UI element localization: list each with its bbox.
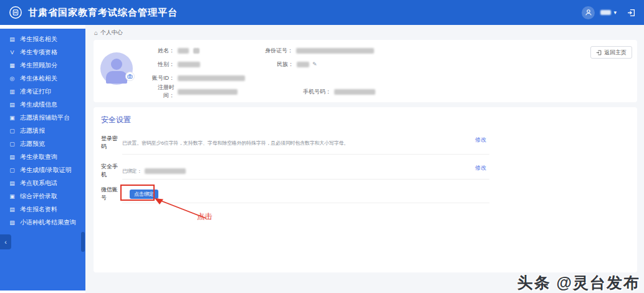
edit-pencil-icon[interactable]: ✎ bbox=[312, 61, 317, 67]
secure-phone-value-redacted bbox=[145, 168, 186, 174]
login-password-label: 登录密码 bbox=[101, 135, 122, 151]
sidebar-item-label: 综合评价录取 bbox=[20, 192, 57, 201]
register-time-label: 注册时间： bbox=[147, 84, 175, 100]
sidebar-item-label: 志愿填报辅助平台 bbox=[20, 113, 70, 122]
check-icon: V bbox=[9, 49, 16, 55]
sidebar-item-luqu-zhengming[interactable]: ▢ 考生成绩/录取证明 bbox=[0, 163, 85, 176]
avatar-head bbox=[111, 59, 122, 70]
field-phone: 手机号码： bbox=[275, 88, 375, 96]
name-label: 姓名： bbox=[147, 47, 175, 55]
sidebar-item-label: 志愿预览 bbox=[20, 140, 45, 148]
app-header: 甘肃省国家教育考试综合管理平台 ▾ bbox=[0, 0, 644, 25]
result-icon: ▧ bbox=[9, 219, 16, 226]
sidebar-item-label: 考生成绩/录取证明 bbox=[20, 166, 72, 175]
phone-value-redacted bbox=[334, 89, 375, 95]
breadcrumb: ⌂ 个人中心 bbox=[85, 25, 644, 40]
sidebar-item-zhiyuan-yulan[interactable]: ▢ 志愿预览 bbox=[0, 137, 85, 150]
sidebar-item-label: 考生报名资料 bbox=[20, 205, 57, 214]
watermark-text: 头条 @灵台发布 bbox=[517, 272, 640, 293]
username-redacted bbox=[600, 10, 611, 15]
sidebar-item-zhiyuan-fuzhu[interactable]: ▣ 志愿填报辅助平台 bbox=[0, 111, 85, 124]
preview-icon: ▢ bbox=[9, 141, 16, 147]
user-avatar-icon[interactable] bbox=[582, 6, 595, 19]
sidebar-item-label: 志愿填报 bbox=[20, 127, 45, 135]
sidebar-item-label: 考点联系电话 bbox=[20, 179, 57, 188]
camera-upload-icon[interactable] bbox=[125, 72, 135, 81]
health-icon: ◎ bbox=[9, 75, 16, 82]
profile-fields: 姓名： 身份证号： 性别： 民族： bbox=[147, 44, 496, 98]
secure-phone-label: 安全手机 bbox=[101, 163, 122, 179]
app-title: 甘肃省国家教育考试综合管理平台 bbox=[28, 7, 178, 19]
chevron-down-icon: ▾ bbox=[613, 10, 617, 16]
sidebar-item-zhaogu-jiafen[interactable]: ▦ 考生照顾加分 bbox=[0, 59, 85, 72]
id-number-label: 身份证号： bbox=[237, 47, 293, 55]
sidebar-item-label: 考生报名相关 bbox=[20, 35, 57, 44]
sidebar-item-kaodian-dianhua[interactable]: ▤ 考点联系电话 bbox=[0, 176, 85, 190]
ethnicity-value-redacted bbox=[297, 62, 309, 67]
search-icon: ▤ bbox=[9, 154, 16, 160]
sidebar-item-label: 准考证打印 bbox=[20, 87, 51, 96]
sidebar-item-zonghe-pingjia[interactable]: ▣ 综合评价录取 bbox=[0, 190, 85, 203]
sidebar-item-zhiyuan-tianbao[interactable]: ▢ 志愿填报 bbox=[0, 124, 85, 137]
form-icon: ▤ bbox=[9, 36, 16, 42]
score-icon: ▤ bbox=[9, 102, 16, 108]
field-register-time: 注册时间： bbox=[147, 84, 238, 100]
sidebar-item-label: 考生体检相关 bbox=[20, 74, 57, 83]
assist-icon: ▣ bbox=[9, 115, 16, 121]
sidebar-item-chengji-xinxi[interactable]: ▤ 考生成绩信息 bbox=[0, 98, 85, 111]
field-ethnicity: 民族： ✎ bbox=[238, 60, 317, 69]
name-value-redacted bbox=[178, 48, 189, 54]
divider bbox=[122, 154, 489, 155]
secure-phone-desc: 已绑定： bbox=[122, 168, 142, 175]
sidebar-item-label: 小语种机考结果查询 bbox=[20, 218, 76, 227]
exit-icon bbox=[596, 50, 602, 55]
profile-card: 姓名： 身份证号： 性别： 民族： bbox=[94, 40, 637, 102]
sidebar-item-zhuanxiang-zige[interactable]: V 考生专项资格 bbox=[0, 46, 85, 59]
folder-icon: ▤ bbox=[9, 206, 16, 213]
ethnicity-label: 民族： bbox=[238, 60, 294, 69]
logout-icon[interactable] bbox=[627, 9, 635, 17]
sidebar-item-baoming-ziliao[interactable]: ▤ 考生报名资料 bbox=[0, 203, 85, 216]
avatar-body bbox=[106, 71, 127, 84]
modify-password-link[interactable]: 修改 bbox=[475, 136, 486, 144]
sidebar-item-kaosheng-baoming[interactable]: ▤ 考生报名相关 bbox=[0, 32, 85, 46]
annotation-click-label: 点击 bbox=[197, 211, 212, 222]
security-card: 安全设置 登录密码 已设置。密码至少6位字符，支持数字、字母和除空格外的特殊字符… bbox=[94, 107, 637, 272]
sidebar-item-luqu-chaxun[interactable]: ▤ 考生录取查询 bbox=[0, 150, 85, 163]
gender-label: 性别： bbox=[147, 60, 175, 69]
secure-phone-row: 安全手机 已绑定： bbox=[101, 163, 489, 179]
print-icon: ▥ bbox=[9, 89, 16, 95]
field-name: 姓名： bbox=[147, 47, 199, 55]
sidebar-item-label: 考生录取查询 bbox=[20, 153, 57, 161]
phone-label: 手机号码： bbox=[275, 88, 331, 96]
wechat-bind-button[interactable]: 点击绑定 bbox=[130, 190, 158, 199]
sidebar-scrollbar[interactable] bbox=[81, 232, 85, 252]
id-number-value-redacted bbox=[296, 48, 374, 54]
sidebar-item-jieguo-chaxun[interactable]: ▧ 小语种机考结果查询 bbox=[0, 216, 85, 229]
field-gender: 性别： bbox=[147, 60, 200, 69]
sidebar-item-label: 考生专项资格 bbox=[20, 48, 57, 57]
person-icon bbox=[585, 9, 592, 16]
gender-value-redacted bbox=[178, 62, 200, 67]
login-password-row: 登录密码 已设置。密码至少6位字符，支持数字、字母和除空格外的特殊字符，且必须同… bbox=[101, 135, 489, 151]
name-value-redacted bbox=[193, 48, 199, 54]
register-time-value-redacted bbox=[178, 89, 238, 95]
field-account-id: 账号ID： bbox=[147, 74, 245, 82]
account-id-value-redacted bbox=[178, 75, 245, 81]
user-menu[interactable]: ▾ bbox=[600, 10, 617, 16]
sidebar-item-label: 考生成绩信息 bbox=[20, 100, 57, 109]
card-icon: ▦ bbox=[9, 62, 16, 69]
modify-phone-link[interactable]: 修改 bbox=[475, 164, 486, 172]
wechat-account-label: 微信账号 bbox=[101, 186, 122, 202]
evaluation-icon: ▣ bbox=[9, 193, 16, 199]
page: 甘肃省国家教育考试综合管理平台 ▾ ▤ bbox=[0, 0, 644, 293]
sidebar-item-label: 考生照顾加分 bbox=[20, 61, 57, 70]
sidebar-item-tijian[interactable]: ◎ 考生体检相关 bbox=[0, 72, 85, 85]
divider bbox=[122, 179, 489, 180]
main-area: ⌂ 个人中心 姓名： bbox=[85, 25, 644, 293]
fill-icon: ▢ bbox=[9, 128, 16, 134]
sidebar-item-zhunkaozheng[interactable]: ▥ 准考证打印 bbox=[0, 85, 85, 98]
sidebar-collapse-handle[interactable]: ‹ bbox=[0, 234, 11, 249]
back-home-button[interactable]: 返回主页 bbox=[590, 46, 632, 59]
field-id-number: 身份证号： bbox=[237, 47, 374, 55]
